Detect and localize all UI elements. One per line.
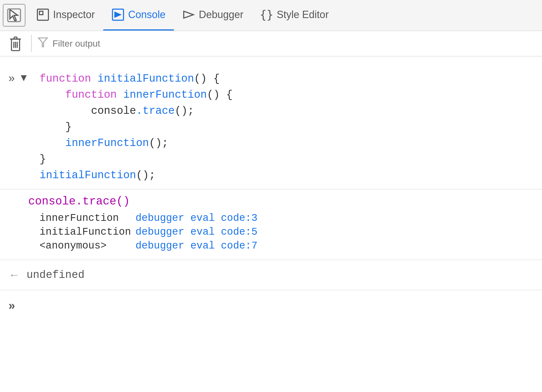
code-block-row: » ▼ function initialFunction() { functio… xyxy=(0,65,542,190)
console-input-row[interactable]: » xyxy=(0,290,542,321)
svg-marker-14 xyxy=(38,38,47,47)
prompt-icon: » xyxy=(8,299,15,312)
cursor-tool-button[interactable] xyxy=(3,4,25,27)
trace-fn-2: initialFunction xyxy=(40,226,136,238)
trace-title: console.trace() xyxy=(28,195,514,208)
filter-input[interactable] xyxy=(53,38,536,49)
tab-console[interactable]: Console xyxy=(103,0,174,31)
return-value: undefined xyxy=(27,269,84,281)
console-input[interactable] xyxy=(21,300,534,312)
tab-style-editor-label: Style Editor xyxy=(277,9,329,21)
svg-marker-4 xyxy=(115,12,121,17)
tab-debugger[interactable]: Debugger xyxy=(174,0,252,31)
svg-rect-2 xyxy=(40,11,43,15)
trace-output-block: console.trace() innerFunction debugger e… xyxy=(0,190,542,260)
trace-fn-1: innerFunction xyxy=(40,212,136,224)
return-arrow-icon: ← xyxy=(8,269,20,281)
trace-fn-3: <anonymous> xyxy=(40,240,136,252)
double-chevron-icon: » xyxy=(8,72,15,84)
filter-input-wrapper xyxy=(37,37,536,50)
inspector-icon xyxy=(37,8,49,21)
console-icon xyxy=(112,8,124,21)
style-editor-icon: {} xyxy=(260,8,273,21)
filter-bar xyxy=(0,31,542,56)
filter-icon xyxy=(37,37,49,50)
row-controls: » ▼ xyxy=(8,71,34,84)
collapse-icon[interactable]: ▼ xyxy=(19,72,29,84)
table-row: initialFunction debugger eval code:5 xyxy=(40,226,514,238)
debugger-icon xyxy=(182,8,195,21)
toolbar-divider xyxy=(31,35,32,52)
tab-inspector-label: Inspector xyxy=(53,9,95,21)
table-row: <anonymous> debugger eval code:7 xyxy=(40,240,514,252)
trace-loc-2[interactable]: debugger eval code:5 xyxy=(136,226,257,238)
table-row: innerFunction debugger eval code:3 xyxy=(40,212,514,224)
clear-console-button[interactable] xyxy=(6,34,25,53)
tab-console-label: Console xyxy=(128,9,165,21)
trace-loc-1[interactable]: debugger eval code:3 xyxy=(136,212,257,224)
trace-table: innerFunction debugger eval code:3 initi… xyxy=(40,212,514,252)
console-output: » ▼ function initialFunction() { functio… xyxy=(0,56,542,321)
return-value-row: ← undefined xyxy=(0,260,542,290)
svg-marker-5 xyxy=(184,11,193,18)
tab-style-editor[interactable]: {} Style Editor xyxy=(252,0,337,31)
toolbar: Inspector Console Debugger {} Style Edit… xyxy=(0,0,542,31)
tab-inspector[interactable]: Inspector xyxy=(28,0,103,31)
tab-debugger-label: Debugger xyxy=(199,9,243,21)
trace-loc-3[interactable]: debugger eval code:7 xyxy=(136,240,257,252)
code-content: function initialFunction() { function in… xyxy=(40,71,534,183)
